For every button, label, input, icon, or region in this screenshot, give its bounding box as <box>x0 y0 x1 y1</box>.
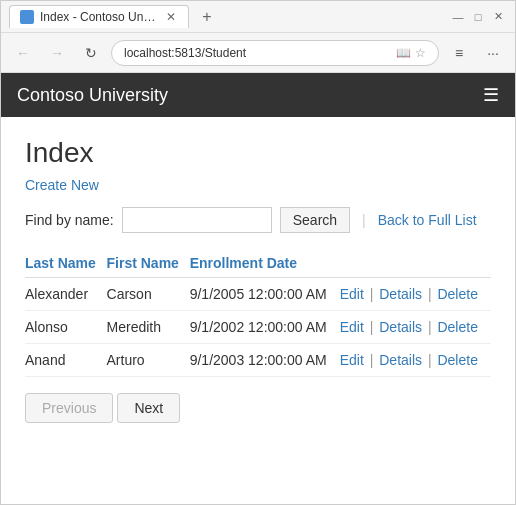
pipe-divider: | <box>362 212 366 228</box>
app-navbar: Contoso University ☰ <box>1 73 515 117</box>
table-row: Anand Arturo 9/1/2003 12:00:00 AM Edit |… <box>25 344 491 377</box>
back-icon: ← <box>16 45 30 61</box>
minimize-button[interactable]: — <box>449 8 467 26</box>
hamburger-button[interactable]: ☰ <box>483 84 499 106</box>
previous-button[interactable]: Previous <box>25 393 113 423</box>
address-bar[interactable]: localhost:5813/Student 📖 ☆ <box>111 40 439 66</box>
search-button[interactable]: Search <box>280 207 350 233</box>
cell-actions: Edit | Details | Delete <box>340 344 491 377</box>
back-to-full-list-link[interactable]: Back to Full List <box>378 212 477 228</box>
app-content: Index Create New Find by name: Search | … <box>1 117 515 504</box>
maximize-button[interactable]: □ <box>469 8 487 26</box>
col-first-name[interactable]: First Name <box>107 249 190 278</box>
forward-icon: → <box>50 45 64 61</box>
details-link[interactable]: Details <box>379 286 422 302</box>
cell-last-name: Alexander <box>25 278 107 311</box>
new-tab-button[interactable]: + <box>195 5 219 29</box>
delete-link[interactable]: Delete <box>437 352 477 368</box>
url-text: localhost:5813/Student <box>124 46 392 60</box>
more-options-icon[interactable]: ··· <box>479 39 507 67</box>
close-button[interactable]: ✕ <box>489 8 507 26</box>
page-title: Index <box>25 137 491 169</box>
col-enrollment-date[interactable]: Enrollment Date <box>190 249 340 278</box>
delete-link[interactable]: Delete <box>437 286 477 302</box>
sep1: | <box>370 286 378 302</box>
tab-close-icon[interactable]: ✕ <box>164 10 178 24</box>
sep1: | <box>370 352 378 368</box>
browser-toolbar: ← → ↻ localhost:5813/Student 📖 ☆ ≡ ··· <box>1 33 515 73</box>
refresh-icon: ↻ <box>85 45 97 61</box>
col-actions <box>340 249 491 278</box>
reader-icon: 📖 <box>396 46 411 60</box>
sep2: | <box>428 352 436 368</box>
sep1: | <box>370 319 378 335</box>
table-row: Alonso Meredith 9/1/2002 12:00:00 AM Edi… <box>25 311 491 344</box>
details-link[interactable]: Details <box>379 352 422 368</box>
back-button[interactable]: ← <box>9 39 37 67</box>
forward-button[interactable]: → <box>43 39 71 67</box>
pagination: Previous Next <box>25 393 491 423</box>
details-link[interactable]: Details <box>379 319 422 335</box>
browser-window: Index - Contoso Univers... ✕ + — □ ✕ ← →… <box>0 0 516 505</box>
search-input[interactable] <box>122 207 272 233</box>
tab-favicon-icon <box>20 10 34 24</box>
refresh-button[interactable]: ↻ <box>77 39 105 67</box>
students-table: Last Name First Name Enrollment Date Ale… <box>25 249 491 377</box>
cell-last-name: Alonso <box>25 311 107 344</box>
create-new-link[interactable]: Create New <box>25 177 99 193</box>
find-by-label: Find by name: <box>25 212 114 228</box>
cell-first-name: Carson <box>107 278 190 311</box>
cell-enrollment-date: 9/1/2005 12:00:00 AM <box>190 278 340 311</box>
cell-first-name: Meredith <box>107 311 190 344</box>
cell-actions: Edit | Details | Delete <box>340 311 491 344</box>
browser-titlebar: Index - Contoso Univers... ✕ + — □ ✕ <box>1 1 515 33</box>
next-button[interactable]: Next <box>117 393 180 423</box>
col-last-name[interactable]: Last Name <box>25 249 107 278</box>
cell-actions: Edit | Details | Delete <box>340 278 491 311</box>
tab-title: Index - Contoso Univers... <box>40 10 158 24</box>
browser-tab-active[interactable]: Index - Contoso Univers... ✕ <box>9 5 189 28</box>
cell-last-name: Anand <box>25 344 107 377</box>
edit-link[interactable]: Edit <box>340 352 364 368</box>
sep2: | <box>428 286 436 302</box>
edit-link[interactable]: Edit <box>340 286 364 302</box>
app-container: Contoso University ☰ Index Create New Fi… <box>1 73 515 504</box>
table-header-row: Last Name First Name Enrollment Date <box>25 249 491 278</box>
cell-first-name: Arturo <box>107 344 190 377</box>
sep2: | <box>428 319 436 335</box>
cell-enrollment-date: 9/1/2002 12:00:00 AM <box>190 311 340 344</box>
bookmark-icon[interactable]: ☆ <box>415 46 426 60</box>
edit-link[interactable]: Edit <box>340 319 364 335</box>
app-brand: Contoso University <box>17 85 168 106</box>
cell-enrollment-date: 9/1/2003 12:00:00 AM <box>190 344 340 377</box>
table-row: Alexander Carson 9/1/2005 12:00:00 AM Ed… <box>25 278 491 311</box>
search-bar: Find by name: Search | Back to Full List <box>25 207 491 233</box>
window-controls: — □ ✕ <box>449 8 507 26</box>
browser-menu-icon[interactable]: ≡ <box>445 39 473 67</box>
delete-link[interactable]: Delete <box>437 319 477 335</box>
